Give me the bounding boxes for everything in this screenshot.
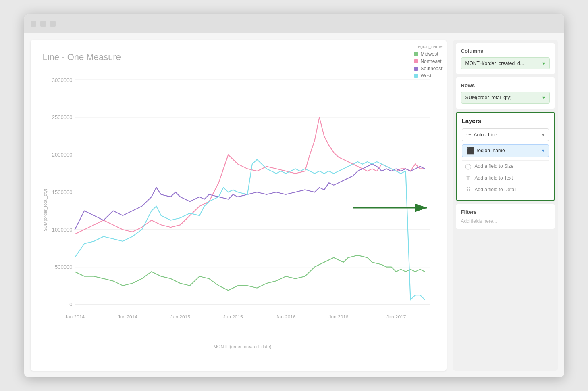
y-axis-label: SUM(order_total_qty) <box>43 71 48 349</box>
svg-text:3000000: 3000000 <box>52 77 72 83</box>
layers-title: Layers <box>462 117 549 124</box>
chart-type-left: 〜 Auto - Line <box>466 131 497 138</box>
svg-text:Jun 2016: Jun 2016 <box>328 314 348 319</box>
line-chart-svg: 3000000 2500000 2000000 1500000 1000000 … <box>51 71 434 342</box>
svg-text:2500000: 2500000 <box>52 114 72 120</box>
title-bar <box>24 14 564 33</box>
svg-text:2000000: 2000000 <box>52 152 72 158</box>
chart-type-dropdown[interactable]: 〜 Auto - Line ▾ <box>462 128 549 141</box>
rows-section: Rows SUM(order_total_qty) ▾ <box>456 77 555 109</box>
legend-item-northeast: Northeast <box>414 59 442 64</box>
content-area: Line - One Measure region_name Midwest N… <box>24 33 564 377</box>
columns-dropdown-arrow: ▾ <box>542 60 545 67</box>
filters-section: Filters Add fields here... <box>456 204 555 229</box>
x-axis-label: MONTH(order_created_date) <box>51 342 434 349</box>
columns-pill[interactable]: MONTH(order_created_d... ▾ <box>461 57 550 69</box>
layers-section: Layers 〜 Auto - Line ▾ ⬛ region_name ▾ <box>456 112 555 201</box>
detail-label: Add a field to Detail <box>475 187 517 192</box>
chart-title: Line - One Measure <box>43 52 434 63</box>
chart-area: SUM(order_total_qty) 3000000 2500000 <box>43 71 434 349</box>
chart-type-arrow: ▾ <box>542 132 544 138</box>
auto-line-icon: 〜 <box>466 131 472 138</box>
text-icon: T <box>465 175 472 181</box>
filters-title: Filters <box>461 209 550 215</box>
legend-item-midwest: Midwest <box>414 51 442 57</box>
chart-container: Line - One Measure region_name Midwest N… <box>31 40 447 371</box>
legend-color-southeast <box>414 67 418 71</box>
app-window: Line - One Measure region_name Midwest N… <box>24 14 564 377</box>
columns-section: Columns MONTH(order_created_d... ▾ <box>456 43 555 74</box>
size-label: Add a field to Size <box>475 163 514 169</box>
chart-inner: 3000000 2500000 2000000 1500000 1000000 … <box>51 71 434 349</box>
svg-text:Jan 2017: Jan 2017 <box>386 314 406 319</box>
color-field-arrow: ▾ <box>542 148 544 153</box>
maximize-button[interactable] <box>50 21 56 27</box>
svg-text:0: 0 <box>69 301 72 307</box>
close-button[interactable] <box>31 21 36 27</box>
minimize-button[interactable] <box>40 21 46 27</box>
right-panel: Columns MONTH(order_created_d... ▾ Rows … <box>453 40 558 371</box>
text-field-row[interactable]: T Add a field to Text <box>462 172 549 184</box>
detail-icon: ⠿ <box>465 186 472 193</box>
svg-text:Jun 2014: Jun 2014 <box>117 314 137 319</box>
rows-pill-label: SUM(order_total_qty) <box>465 95 512 100</box>
size-field-row[interactable]: ◯ Add a field to Size <box>462 160 549 172</box>
color-field-pill[interactable]: ⬛ region_name ▾ <box>462 144 549 157</box>
svg-text:500000: 500000 <box>54 264 72 270</box>
rows-pill[interactable]: SUM(order_total_qty) ▾ <box>461 92 550 104</box>
legend-color-northeast <box>414 59 418 63</box>
svg-text:1000000: 1000000 <box>52 226 72 232</box>
svg-text:Jan 2015: Jan 2015 <box>170 314 190 319</box>
size-icon: ◯ <box>465 163 472 169</box>
columns-title: Columns <box>461 48 550 54</box>
columns-pill-label: MONTH(order_created_d... <box>465 61 524 66</box>
color-field-label: region_name <box>477 148 505 153</box>
svg-text:Jan 2014: Jan 2014 <box>65 314 85 319</box>
rows-dropdown-arrow: ▾ <box>542 94 545 101</box>
svg-text:Jan 2016: Jan 2016 <box>276 314 295 319</box>
text-label: Add a field to Text <box>475 175 513 181</box>
filters-placeholder: Add fields here... <box>461 218 550 224</box>
color-pill-icon: ⬛ <box>466 147 474 155</box>
svg-text:1500000: 1500000 <box>52 189 72 195</box>
legend-color-midwest <box>414 52 418 56</box>
legend-title: region_name <box>414 44 442 49</box>
chart-type-label: Auto - Line <box>474 132 497 138</box>
legend-label-midwest: Midwest <box>420 51 438 57</box>
detail-field-row[interactable]: ⠿ Add a field to Detail <box>462 184 549 195</box>
legend-label-northeast: Northeast <box>420 59 441 64</box>
svg-text:Jun 2015: Jun 2015 <box>223 314 243 319</box>
rows-title: Rows <box>461 82 550 88</box>
